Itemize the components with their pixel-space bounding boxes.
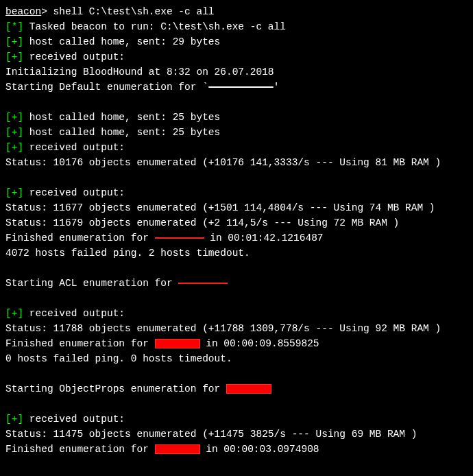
beacon-prompt: beacon — [5, 6, 41, 17]
blank-line — [5, 95, 468, 110]
output-line: Status: 11677 objects enumerated (+1501 … — [5, 200, 468, 215]
marker-plus: [+] — [5, 414, 23, 425]
marker-plus: [+] — [5, 142, 23, 153]
prompt-line[interactable]: beacon> shell C:\test\sh.exe -c all — [5, 4, 468, 19]
blank-line — [5, 261, 468, 276]
output-line: [+] received output: — [5, 140, 468, 155]
output-line: Starting Default enumeration for `' — [5, 80, 468, 95]
blank-line — [5, 291, 468, 306]
marker-plus: [+] — [5, 187, 23, 198]
output-line: Finished enumeration for in 00:01:42.121… — [5, 230, 468, 246]
redaction-white — [208, 86, 274, 88]
output-line: [+] received output: — [5, 306, 468, 321]
marker-star: [*] — [5, 21, 23, 32]
output-line: Status: 11788 objects enumerated (+11788… — [5, 321, 468, 336]
marker-plus: [+] — [5, 112, 23, 123]
output-line: [+] received output: — [5, 185, 468, 200]
blank-line — [5, 366, 468, 381]
redaction-red — [178, 283, 228, 284]
output-line: Status: 10176 objects enumerated (+10176… — [5, 155, 468, 170]
output-line: 0 hosts failed ping. 0 hosts timedout. — [5, 351, 468, 366]
output-line: [+] host called home, sent: 25 bytes — [5, 110, 468, 125]
output-line: Status: 11679 objects enumerated (+2 114… — [5, 215, 468, 230]
redaction-red — [155, 444, 200, 454]
output-line: 4072 hosts failed ping. 2 hosts timedout… — [5, 246, 468, 261]
marker-plus: [+] — [5, 36, 23, 47]
blank-line — [5, 396, 468, 412]
output-line: [+] received output: — [5, 412, 468, 427]
command-text: shell C:\test\sh.exe -c all — [47, 6, 215, 17]
redaction-red — [155, 237, 204, 239]
marker-plus: [+] — [5, 127, 23, 138]
output-line: Finished enumeration for in 00:00:03.097… — [5, 442, 468, 457]
output-line: Starting ACL enumeration for — [5, 276, 468, 291]
output-line: Initializing BloodHound at 8:32 on 26.07… — [5, 64, 468, 80]
redaction-red — [155, 339, 200, 348]
output-line: [*] Tasked beacon to run: C:\test\sh.exe… — [5, 19, 468, 34]
output-line: Starting ObjectProps enumeration for — [5, 381, 468, 396]
marker-plus: [+] — [5, 308, 23, 319]
redaction-red — [226, 384, 271, 394]
output-line: Finished enumeration for in 00:00:09.855… — [5, 336, 468, 351]
blank-line — [5, 170, 468, 185]
output-line: Status: 11475 objects enumerated (+11475… — [5, 427, 468, 442]
output-line: [+] host called home, sent: 25 bytes — [5, 125, 468, 140]
output-line: [+] received output: — [5, 49, 468, 64]
output-line: [+] host called home, sent: 29 bytes — [5, 34, 468, 49]
terminal-output: beacon> shell C:\test\sh.exe -c all [*] … — [5, 4, 468, 457]
marker-plus: [+] — [5, 51, 23, 62]
